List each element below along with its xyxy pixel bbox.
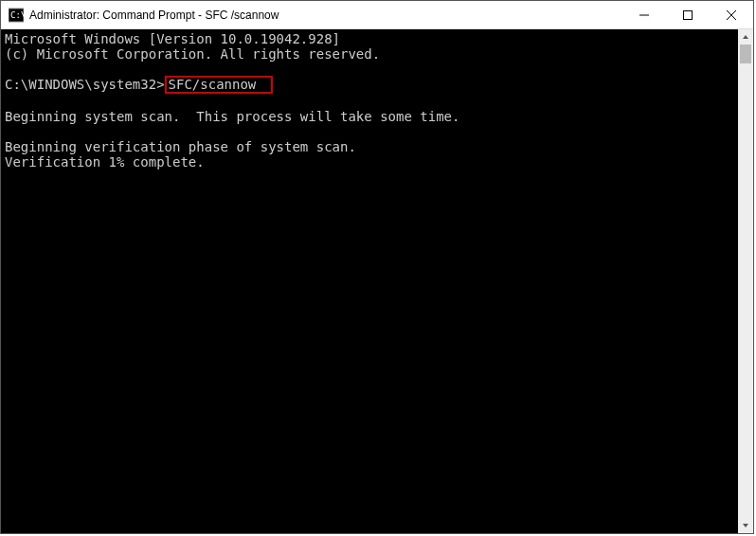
- scroll-thumb[interactable]: [740, 45, 751, 63]
- output-line: Beginning system scan. This process will…: [5, 109, 459, 124]
- command-highlight: SFC/scannow: [165, 76, 274, 94]
- svg-text:C:\: C:\: [10, 10, 24, 20]
- prompt-prefix: C:\WINDOWS\system32>: [5, 77, 165, 92]
- command-prompt-window: C:\ Administrator: Command Prompt - SFC …: [0, 0, 754, 534]
- terminal-output[interactable]: Microsoft Windows [Version 10.0.19042.92…: [1, 29, 738, 533]
- vertical-scrollbar[interactable]: [738, 29, 753, 533]
- window-controls: [622, 1, 753, 28]
- svg-marker-7: [743, 524, 748, 527]
- close-button[interactable]: [710, 1, 753, 28]
- output-line: Verification 1% complete.: [5, 154, 205, 170]
- scroll-up-button[interactable]: [738, 29, 753, 45]
- output-line: (c) Microsoft Corporation. All rights re…: [5, 46, 380, 62]
- client-area: Microsoft Windows [Version 10.0.19042.92…: [1, 29, 753, 533]
- window-title: Administrator: Command Prompt - SFC /sca…: [29, 9, 622, 22]
- output-line: Microsoft Windows [Version 10.0.19042.92…: [5, 31, 340, 46]
- titlebar[interactable]: C:\ Administrator: Command Prompt - SFC …: [1, 1, 753, 29]
- minimize-button[interactable]: [622, 1, 666, 28]
- svg-rect-3: [684, 10, 693, 19]
- maximize-button[interactable]: [666, 1, 710, 28]
- command-prompt-icon: C:\: [9, 8, 24, 23]
- output-line: Beginning verification phase of system s…: [5, 139, 356, 154]
- svg-marker-6: [743, 35, 748, 39]
- scroll-down-button[interactable]: [738, 518, 753, 533]
- command-text: SFC/scannow: [169, 77, 257, 92]
